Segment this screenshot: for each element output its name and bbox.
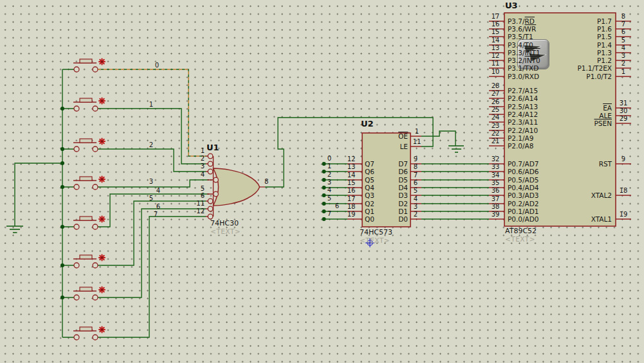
pin-name: P1.1/T2EX [552,64,612,72]
pin-number: 27 [488,90,502,98]
pin-name: P3.6/WR [508,25,536,33]
pin-number: 28 [488,82,502,90]
pin-name: D2 [385,200,408,208]
pin-number: 15 [345,179,357,187]
pin-number: 30 [617,107,630,115]
pin-name: P3.1/TXD [508,64,538,72]
ground-symbol-left[interactable] [6,226,23,233]
push-button-7[interactable] [73,327,105,341]
pin-number: 3 [189,163,205,170]
pin-name: P1.6 [552,25,612,33]
pin-name: P1.0/T2 [552,73,612,80]
pin-number: 26 [488,98,502,106]
push-button-2[interactable] [73,139,105,152]
pin-number: 32 [488,155,502,163]
push-button-3[interactable] [73,177,105,190]
pin-name: P3.5/T1 [508,33,533,40]
pin-number: 7 [617,21,630,28]
pin-name: P2.6/A14 [508,94,538,102]
push-button-6[interactable] [73,287,105,301]
pin-name: P0.6/AD6 [508,168,539,175]
pin-number: 3 [617,52,630,60]
net-label: 6 [153,203,163,211]
pin-number: 19 [617,211,630,218]
pin-number: 6 [617,28,630,36]
pin-number: 12 [345,155,357,163]
pin-name: Q2 [365,200,374,208]
pin-name: P1.3 [552,49,612,57]
pin-number: 12 [488,52,502,60]
pin-name: P2.7/A15 [508,87,538,94]
wire-net7[interactable] [98,217,206,337]
pin-number: 9 [410,155,421,163]
pin-name: P1.4 [552,41,612,49]
u1-reference: U1 [207,144,219,152]
pin-number: 2 [617,60,630,67]
schematic-canvas: 0 1 2 3 4 5 6 7 U1 1 2 3 4 5 6 11 12 8 7… [0,0,644,363]
pin-number: 18 [617,187,630,195]
pin-number: 17 [488,13,502,21]
net-label: 7 [151,211,161,218]
pin-name: P2.0/A8 [508,142,533,150]
push-button-4[interactable] [73,217,105,230]
pin-name: P3.7/RD [508,17,535,25]
pin-number: 8 [264,178,268,186]
pin-name: P3.4/T0 [508,41,533,49]
pin-name: Q3 [365,191,374,199]
pin-number: 29 [617,115,630,123]
pin-number: 5 [410,187,421,195]
net-label: 5 [146,195,156,202]
pin-name: P2.1/A9 [508,134,533,142]
u1-text-placeholder: <TEXT> [210,227,241,235]
wire-ground-left[interactable] [15,163,62,226]
pin-name: D1 [385,208,408,215]
pin-number: 37 [488,195,502,203]
pin-number: 5 [617,37,630,44]
pin-number: 4 [617,44,630,52]
net-label: 4 [153,187,163,195]
wire-net6[interactable] [98,209,206,297]
u1-gate[interactable] [206,154,265,219]
net-label: 0 [324,155,335,163]
pin-name: P3.0/RXD [508,73,539,80]
pin-number: 13 [345,163,357,171]
pin-name-xtal1: XTAL1 [552,215,612,223]
u3-reference: U3 [505,2,518,10]
wires-latch-to-mcu[interactable] [421,164,489,219]
pin-number: 23 [488,122,502,130]
pin-number: 6 [410,179,421,187]
ground-symbol-oe[interactable] [448,146,464,152]
wire-oe-to-ground[interactable] [421,131,455,146]
pin-name: P0.2/AD2 [508,200,539,208]
pin-number: 6 [189,192,205,200]
pin-number: 16 [488,21,502,28]
pin-number: 4 [410,195,421,203]
pin-name: P0.7/AD7 [508,160,539,168]
pin-number: 12 [189,208,205,215]
pin-name: P2.5/A13 [508,103,538,111]
pin-number: 13 [488,44,502,52]
push-button-0[interactable] [73,59,105,73]
pin-name: P2.4/A12 [508,111,538,118]
pin-name: P2.3/A11 [508,118,538,126]
net-label: 2 [146,141,156,149]
net-label: 6 [331,202,343,210]
net-label: 1 [146,101,156,109]
pin-number: 19 [345,211,357,218]
push-button-1[interactable] [73,98,105,112]
pin-name: Q4 [365,184,374,191]
net-label: 2 [324,171,335,179]
net-label: 1 [324,163,335,170]
pin-number: 4 [189,171,205,179]
pin-number: 1 [189,147,205,155]
pin-name: P0.3/AD3 [508,191,539,199]
net-label: 3 [146,178,156,186]
pin-number: 15 [488,28,502,36]
pin-number: 38 [488,203,502,211]
push-button-5[interactable] [73,255,105,269]
pin-number: 22 [488,130,502,137]
u2-reference: U2 [361,120,374,128]
pin-name: P1.5 [552,33,612,40]
pin-number: 10 [488,68,502,76]
u1-gate-body [214,168,260,206]
